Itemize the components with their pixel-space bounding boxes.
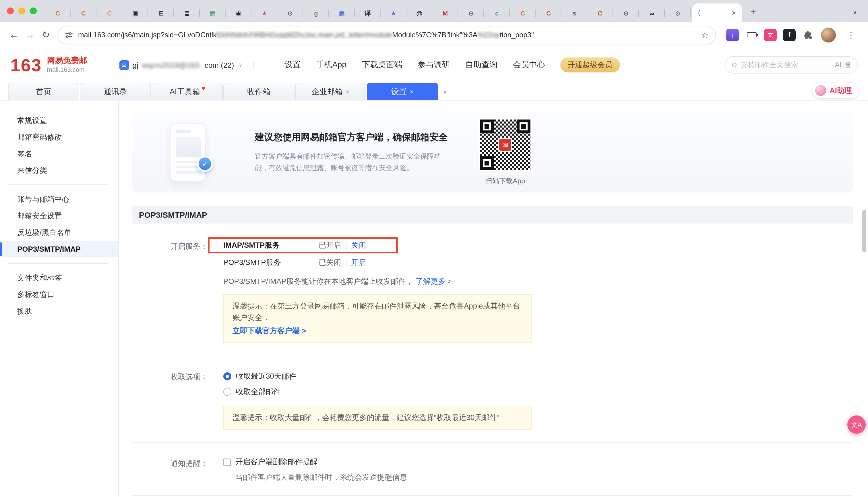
browser-tab-20[interactable]: s xyxy=(561,4,587,22)
browser-tab-24[interactable]: ⊙ xyxy=(665,4,691,22)
back-button[interactable]: ← xyxy=(6,27,22,43)
sidebar-item-password[interactable]: 邮箱密码修改 xyxy=(0,129,118,145)
tab-inbox[interactable]: 收件箱 xyxy=(223,83,294,100)
sidebar-item-antispam[interactable]: 反垃圾/黑白名单 xyxy=(0,224,118,241)
nav-mobile-app[interactable]: 手机App xyxy=(316,60,347,70)
browser-tab-3[interactable]: ▣ xyxy=(122,4,148,22)
minimize-window-button[interactable] xyxy=(18,8,25,14)
sidebar-item-signature[interactable]: 签名 xyxy=(0,145,118,162)
browser-tab-9[interactable]: ⊙ xyxy=(277,4,303,22)
browser-tab-5[interactable]: ≣ xyxy=(174,4,200,22)
browser-tab-23[interactable]: ∞ xyxy=(639,4,665,22)
close-tab-icon[interactable]: × xyxy=(410,88,414,95)
browser-tab-17[interactable]: c xyxy=(484,4,510,22)
mail-search-input[interactable]: ⊙ 支持邮件全文搜索 AI 搜 xyxy=(724,56,858,73)
battery-extension-icon[interactable] xyxy=(745,28,758,41)
browser-tab-0[interactable]: C xyxy=(45,4,71,22)
learn-more-link[interactable]: 了解更多 > xyxy=(416,276,452,287)
pop3-smtp-service-row: POP3/SMTP服务 已关闭 | 开启 xyxy=(208,256,853,269)
browser-tab-19[interactable]: C xyxy=(535,4,561,22)
service-description: POP3/SMTP/IMAP服务能让你在本地客户端上收发邮件， 了解更多 > xyxy=(208,276,853,287)
163-logo[interactable]: 163 网易免费邮 mail.163.com xyxy=(10,56,87,74)
download-official-client-link[interactable]: 立即下载官方客户端 > xyxy=(233,325,523,337)
sidebar-item-skin[interactable]: 换肤 xyxy=(0,303,118,320)
browser-tab-4[interactable]: E xyxy=(148,4,174,22)
sidebar-item-pop3-smtp-imap[interactable]: POP3/SMTP/IMAP xyxy=(0,241,118,257)
sidebar-item-general[interactable]: 常规设置 xyxy=(0,112,118,129)
tab-settings[interactable]: 设置× xyxy=(367,83,438,100)
tab-contacts[interactable]: 通讯录 xyxy=(80,83,151,100)
close-window-button[interactable] xyxy=(7,8,14,14)
nav-desktop-client[interactable]: 下载桌面端 xyxy=(362,60,402,70)
translate-float-button[interactable]: 文A xyxy=(847,415,866,434)
radio-selected-icon[interactable] xyxy=(223,372,231,380)
browser-tab-2[interactable]: C xyxy=(97,4,122,22)
url-segment: tion_pop3" xyxy=(500,31,534,39)
browser-tab-favicon: ⊙ xyxy=(675,10,680,16)
close-tab-icon[interactable]: × xyxy=(732,9,736,16)
browser-tab-10[interactable]: g xyxy=(303,4,329,22)
browser-tab-12[interactable]: 译 xyxy=(355,4,381,22)
download-extension-icon[interactable]: ↓ xyxy=(726,28,739,41)
battery-icon xyxy=(747,32,756,37)
bookmark-star-icon[interactable]: ☆ xyxy=(701,30,708,39)
browser-tab-13[interactable]: ★ xyxy=(381,4,407,22)
sidebar-item-security[interactable]: 邮箱安全设置 xyxy=(0,208,118,224)
browser-tab-favicon: ⊙ xyxy=(623,10,629,16)
section-header: POP3/SMTP/IMAP xyxy=(132,206,853,224)
sidebar-item-account-center[interactable]: 账号与邮箱中心 xyxy=(0,191,118,208)
forward-button[interactable]: → xyxy=(22,27,38,43)
account-switcher[interactable]: ✉ gj wqzxv2019@163. com (22) ∨ xyxy=(119,60,242,70)
browser-tab-15[interactable]: M xyxy=(432,4,458,22)
checkbox-unchecked-icon[interactable] xyxy=(223,458,231,466)
nav-survey[interactable]: 参与调研 xyxy=(418,60,450,70)
url-segment-redacted: %22op xyxy=(477,31,500,39)
sidebar-item-folders-tags[interactable]: 文件夹和标签 xyxy=(0,269,118,286)
browser-toolbar: ← → ↻ mail.163.com/js6/main.jsp?sid=GLvo… xyxy=(0,22,868,48)
browser-tab-7[interactable]: ◉ xyxy=(225,4,251,22)
browser-tab-11[interactable]: ▦ xyxy=(329,4,355,22)
sidebar-item-multitab[interactable]: 多标签窗口 xyxy=(0,286,118,303)
nav-settings[interactable]: 设置 xyxy=(284,60,300,70)
ai-assistant-button[interactable]: AI助理 xyxy=(812,83,859,98)
browser-tab-8[interactable]: ★ xyxy=(251,4,277,22)
page-scrollbar[interactable] xyxy=(862,210,866,252)
tab-search-chevron-icon[interactable]: ∨ xyxy=(847,4,862,20)
pop3-smtp-open-link[interactable]: 开启 xyxy=(351,257,366,268)
browser-tab-14[interactable]: @ xyxy=(407,4,432,22)
browser-tab-1[interactable]: C xyxy=(71,4,97,22)
fetch-option-all-mail[interactable]: 收取全部邮件 xyxy=(223,385,853,398)
nav-self-service[interactable]: 自助查询 xyxy=(465,60,497,70)
maximize-window-button[interactable] xyxy=(30,8,37,14)
more-tabs-chevron-icon[interactable]: ∨ xyxy=(439,83,451,100)
service-status: 已关闭 xyxy=(319,257,341,268)
nav-member-center[interactable]: 会员中心 xyxy=(513,60,545,70)
tab-home[interactable]: 首页 xyxy=(8,83,79,100)
imap-smtp-close-link[interactable]: 关闭 xyxy=(351,240,366,251)
new-tab-button[interactable]: + xyxy=(745,4,761,20)
fetch-option-last-30-days[interactable]: 收取最近30天邮件 xyxy=(223,370,853,383)
site-settings-icon[interactable] xyxy=(65,31,73,39)
browser-tab-6[interactable]: ▦ xyxy=(200,4,225,22)
browser-tab-22[interactable]: ⊙ xyxy=(613,4,639,22)
browser-tab-favicon: g xyxy=(314,10,318,16)
translate-extension-icon[interactable]: 文 xyxy=(764,28,777,41)
tab-enterprise-mail[interactable]: 企业邮箱× xyxy=(295,83,366,100)
profile-avatar[interactable] xyxy=(821,27,836,42)
sidebar-item-incoming-classification[interactable]: 来信分类 xyxy=(0,162,118,179)
browser-tab-18[interactable]: C xyxy=(510,4,535,22)
close-tab-icon[interactable]: × xyxy=(345,88,350,95)
delete-reminder-option[interactable]: 开启客户端删除邮件提醒 xyxy=(208,457,853,467)
browser-tab-21[interactable]: C xyxy=(587,4,613,22)
address-bar[interactable]: mail.163.com/js6/main.jsp?sid=GLvoDCntlk… xyxy=(57,26,716,44)
browser-tab-16[interactable]: ⊙ xyxy=(458,4,484,22)
browser-menu-icon[interactable]: ⋮ xyxy=(842,30,858,40)
vip-upgrade-button[interactable]: 开通超级会员 xyxy=(560,57,620,72)
f-extension-icon[interactable]: f xyxy=(783,28,796,41)
extensions-puzzle-icon[interactable] xyxy=(802,28,814,41)
tab-ai-toolbox[interactable]: AI工具箱 xyxy=(151,83,223,100)
ai-search-button[interactable]: AI 搜 xyxy=(835,60,851,70)
radio-unselected-icon[interactable] xyxy=(223,388,231,396)
reload-button[interactable]: ↻ xyxy=(38,27,54,43)
browser-active-tab[interactable]: ( × xyxy=(692,3,742,22)
